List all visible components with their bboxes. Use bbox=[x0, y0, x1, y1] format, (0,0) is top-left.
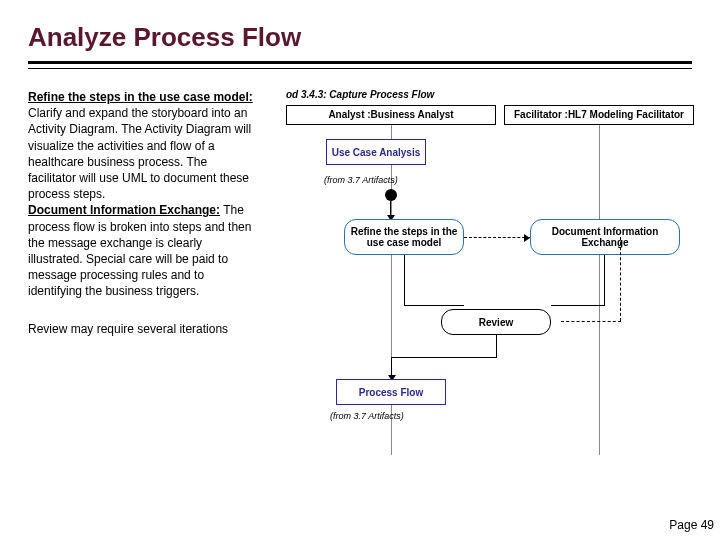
node-document-exchange: Document Information Exchange bbox=[530, 219, 680, 255]
swimlane-analyst: Analyst :Business Analyst bbox=[286, 105, 496, 125]
para2-body: The process flow is broken into steps an… bbox=[28, 203, 251, 298]
artifact-note-1: (from 3.7 Artifacts) bbox=[324, 175, 398, 185]
start-node-icon bbox=[385, 189, 397, 201]
node-review: Review bbox=[441, 309, 551, 335]
node-process-flow: Process Flow bbox=[336, 379, 446, 405]
content-row: Refine the steps in the use case model: … bbox=[28, 89, 692, 459]
edge-dashed bbox=[464, 237, 530, 238]
node-refine-steps: Refine the steps in the use case model bbox=[344, 219, 464, 255]
diagram-caption: od 3.4.3: Capture Process Flow bbox=[286, 89, 434, 100]
edge bbox=[404, 305, 464, 306]
edge bbox=[391, 357, 497, 358]
lane-divider-b bbox=[599, 125, 600, 455]
arrow-right-icon bbox=[524, 234, 530, 242]
edge-dashed bbox=[620, 237, 621, 321]
para1-label: Refine the steps in the use case model: bbox=[28, 90, 253, 104]
swimlane-facilitator: Facilitator :HL7 Modeling Facilitator bbox=[504, 105, 694, 125]
footnote: Review may require several iterations bbox=[28, 321, 258, 337]
title-rule-thin bbox=[28, 68, 692, 69]
edge bbox=[551, 305, 605, 306]
page-title: Analyze Process Flow bbox=[28, 22, 692, 53]
artifact-note-2: (from 3.7 Artifacts) bbox=[330, 411, 404, 421]
para2-label: Document Information Exchange: bbox=[28, 203, 220, 217]
edge-dashed bbox=[561, 321, 621, 322]
activity-diagram: od 3.4.3: Capture Process Flow Analyst :… bbox=[276, 89, 692, 459]
body-text: Refine the steps in the use case model: … bbox=[28, 89, 258, 459]
para1-body: Clarify and expand the storyboard into a… bbox=[28, 106, 251, 201]
edge bbox=[604, 255, 605, 305]
edge bbox=[496, 335, 497, 357]
page-number: Page 49 bbox=[669, 518, 714, 532]
title-rule-thick bbox=[28, 61, 692, 64]
edge bbox=[404, 255, 405, 305]
node-use-case-analysis: Use Case Analysis bbox=[326, 139, 426, 165]
